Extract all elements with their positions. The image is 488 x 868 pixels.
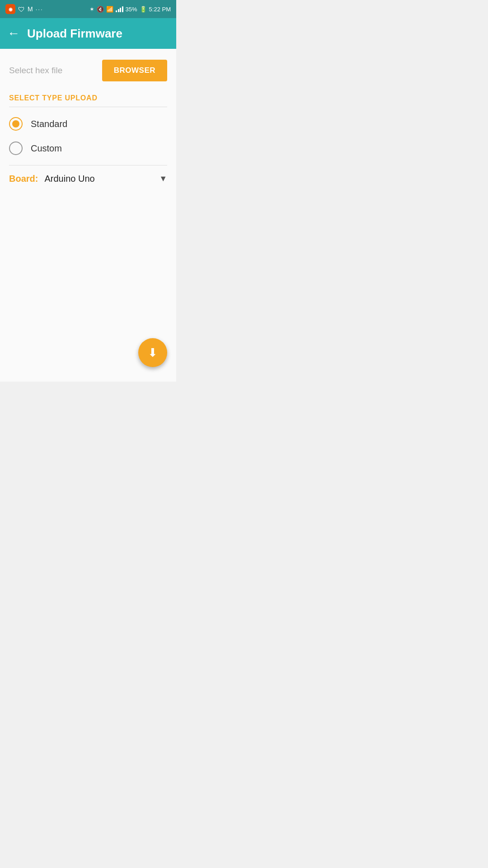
download-icon: ⬇ <box>148 347 158 359</box>
status-right-icons: ✶ 🔇 📶 35% 🔋 5:22 PM <box>89 6 171 13</box>
section-title-upload-type: SELECT TYPE UPLOAD <box>9 94 167 102</box>
more-icon: ··· <box>36 6 43 13</box>
content-area: Select hex file BROWSER SELECT TYPE UPLO… <box>0 49 176 382</box>
status-left-icons: ◉ 🛡 M ··· <box>5 4 43 14</box>
radio-circle-standard <box>9 117 23 131</box>
board-selector-row[interactable]: Board: Arduino Uno ▼ <box>9 165 167 192</box>
page-title: Upload Firmware <box>27 27 122 41</box>
browser-button[interactable]: BROWSER <box>102 60 167 81</box>
radio-circle-custom <box>9 142 23 155</box>
radio-standard[interactable]: Standard <box>9 112 167 136</box>
battery-percent: 35% <box>126 6 137 13</box>
back-button[interactable]: ← <box>7 27 20 40</box>
board-value: Arduino Uno <box>44 174 153 184</box>
mute-icon: 🔇 <box>97 6 104 13</box>
status-bar: ◉ 🛡 M ··· ✶ 🔇 📶 35% 🔋 5:22 PM <box>0 0 176 18</box>
file-placeholder: Select hex file <box>9 66 62 75</box>
file-selector-row: Select hex file BROWSER <box>9 60 167 81</box>
shield-icon: 🛡 <box>18 5 25 13</box>
toolbar: ← Upload Firmware <box>0 18 176 49</box>
time-display: 5:22 PM <box>149 6 171 13</box>
battery-icon: 🔋 <box>140 6 147 13</box>
radio-label-standard: Standard <box>31 119 67 129</box>
gmail-icon: M <box>28 5 33 13</box>
app-icon: ◉ <box>5 4 15 14</box>
radio-label-custom: Custom <box>31 143 62 154</box>
signal-icon <box>116 6 123 12</box>
radio-custom[interactable]: Custom <box>9 136 167 160</box>
upload-type-radio-group: Standard Custom <box>9 107 167 165</box>
wifi-icon: 📶 <box>106 6 113 13</box>
bluetooth-icon: ✶ <box>89 6 94 13</box>
chevron-down-icon: ▼ <box>159 174 167 184</box>
board-label: Board: <box>9 174 38 184</box>
upload-fab-button[interactable]: ⬇ <box>138 338 167 367</box>
